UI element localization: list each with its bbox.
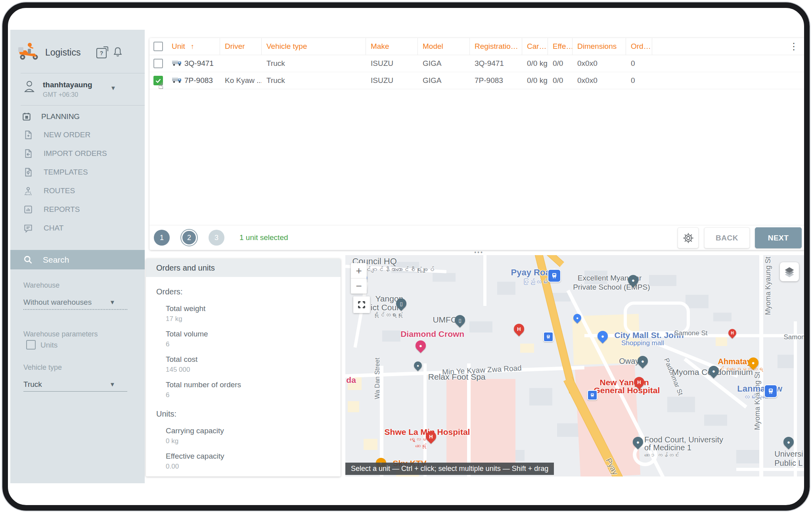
column-header-dimensions[interactable]: Dimensions — [573, 38, 626, 55]
map-label: Oway — [619, 357, 639, 366]
hospital-pin[interactable]: H — [511, 322, 526, 336]
map-label: City Mall St. John — [615, 330, 684, 340]
column-header-vehicle-type[interactable]: Vehicle type — [262, 38, 366, 55]
sidebar-item-templates[interactable]: TEMPLATES — [10, 163, 145, 181]
units-checkbox-label: Units — [40, 341, 57, 350]
map-label-burmese: ပြည်လမ်း — [523, 279, 548, 286]
column-header-orders[interactable]: Ord… — [626, 38, 652, 55]
food-court-pin[interactable]: ● — [631, 434, 645, 449]
sidebar-item-routes[interactable]: ROUTES — [10, 182, 145, 200]
fullscreen-button[interactable] — [353, 296, 370, 313]
table-row[interactable]: 3Q-9471 Truck ISUZU GIGA 3Q-9471 0/0 kg … — [149, 55, 805, 72]
map-label-burmese: ရိုင်တရားရုံး — [373, 311, 403, 318]
vehicle-type-chevron-down-icon[interactable]: ▼ — [109, 381, 115, 388]
carrying-cell: 0/0 kg — [522, 76, 548, 85]
warehouse-select[interactable]: Without warehouses — [23, 298, 92, 307]
umfcci-building-pin[interactable]: ▯ — [453, 313, 467, 327]
sidebar-item-label: TEMPLATES — [44, 168, 88, 177]
divider — [21, 105, 145, 106]
orders-and-units-panel: Orders and units Orders: Total weight 17… — [146, 259, 341, 476]
map-layers-button[interactable] — [780, 262, 799, 281]
train-station-icon[interactable] — [548, 269, 561, 282]
train-station-icon[interactable] — [764, 384, 778, 398]
summary-item: Total number of orders 6 — [166, 380, 341, 399]
sidebar-item-label: IMPORT ORDERS — [44, 149, 107, 158]
sidebar-item-reports[interactable]: REPORTS — [10, 200, 145, 219]
panel-title: Orders and units — [146, 259, 341, 277]
bus-stop-icon[interactable] — [587, 390, 598, 400]
column-header-registration[interactable]: Registratio… — [470, 38, 522, 55]
warehouse-chevron-down-icon[interactable]: ▼ — [109, 299, 115, 305]
column-header-driver[interactable]: Driver — [220, 38, 262, 55]
orders-cell: 0 — [626, 59, 652, 68]
map-label: Private School (EMPS) — [573, 283, 650, 292]
effective-cell: 0/0 — [548, 76, 573, 85]
help-icon[interactable]: ? — [96, 48, 107, 59]
driver-cell: Ko Kyaw ... — [220, 76, 262, 85]
table-menu-kebab-icon[interactable]: ⋮ — [789, 42, 799, 51]
road-label: Samone St — [674, 329, 707, 337]
sidebar-item-new-order[interactable]: NEW ORDER — [10, 126, 145, 144]
back-button[interactable]: BACK — [704, 227, 750, 248]
road-label: Myoma Kyaung St — [753, 372, 762, 430]
user-menu-chevron-down-icon[interactable]: ▼ — [110, 85, 116, 91]
column-header-unit[interactable]: Unit↑ — [167, 38, 220, 55]
split-drag-handle[interactable]: ••• — [463, 249, 495, 256]
map-label: Public L — [774, 459, 802, 468]
bus-stop-icon[interactable] — [543, 332, 553, 342]
make-cell: ISUZU — [366, 76, 418, 85]
map-label: Relax Foot Spa — [428, 372, 486, 382]
vehicle-type-underline — [23, 391, 127, 392]
sidebar-item-planning[interactable]: PLANNING — [10, 108, 145, 126]
next-button[interactable]: NEXT — [755, 227, 802, 248]
app-title: Logistics — [45, 47, 80, 58]
column-header-effective[interactable]: Effe… — [548, 38, 573, 55]
file-pin-icon — [23, 167, 33, 177]
sidebar-item-label: PLANNING — [41, 112, 80, 121]
unit-cell: 3Q-9471 — [184, 59, 214, 68]
map-canvas[interactable]: ● ▯ ▯ ● H ● ● ● ● H ● ● H ● H ● ● ● Coun… — [345, 255, 805, 476]
oway-pin[interactable]: ● — [635, 354, 650, 368]
zoom-out-button[interactable]: − — [351, 278, 367, 294]
search-button[interactable]: Search — [10, 250, 145, 269]
map-label: Universi — [774, 450, 803, 459]
map-label: Diamond Crown — [400, 329, 464, 339]
orders-heading: Orders: — [156, 287, 341, 296]
row-checkbox[interactable] — [153, 59, 163, 68]
vehicle-type-select[interactable]: Truck — [23, 380, 42, 389]
map-label-burmese: အင်ဂျင်နီယာကောင်စီရုံးချုပ် — [358, 266, 434, 273]
sidebar-item-import-orders[interactable]: IMPORT ORDERS — [10, 144, 145, 163]
column-header-model[interactable]: Model — [418, 38, 470, 55]
step-2-current[interactable]: 2 — [181, 230, 197, 246]
bar-chart-icon — [23, 204, 33, 215]
diamond-crown-hotel-pin[interactable]: ● — [414, 338, 428, 353]
zoom-in-button[interactable]: + — [351, 263, 367, 278]
map-label-burmese: ဆေး၁ ကန်တင်း — [644, 452, 679, 458]
settings-gear-button[interactable] — [678, 227, 699, 248]
units-checkbox[interactable] — [26, 340, 36, 350]
carrying-cell: 0/0 kg — [522, 59, 548, 68]
step-1[interactable]: 1 — [154, 230, 170, 246]
selection-status: 1 unit selected — [239, 233, 288, 242]
search-icon — [23, 255, 33, 265]
sidebar-item-chat[interactable]: CHAT — [10, 219, 145, 237]
road-label: Wa Dan Street — [374, 357, 381, 399]
court-building-pin[interactable]: ▯ — [394, 296, 408, 311]
map-label: Shopping mall — [621, 339, 664, 347]
column-header-carrying[interactable]: Car… — [522, 38, 548, 55]
user-timezone: GMT +06:30 — [43, 91, 78, 98]
shwe-la-min-hospital-pin[interactable]: H — [424, 429, 439, 444]
road-label: Samone — [783, 333, 805, 341]
truck-icon — [172, 76, 182, 85]
map-hint-tooltip: Select a unit — Ctrl + click; select mul… — [345, 463, 554, 475]
warehouse-select-underline — [23, 309, 127, 310]
relax-foot-spa-pin[interactable]: ● — [412, 360, 423, 371]
select-all-checkbox[interactable] — [153, 42, 163, 51]
calendar-planning-icon — [21, 111, 32, 122]
column-header-make[interactable]: Make — [366, 38, 418, 55]
step-3[interactable]: 3 — [209, 230, 224, 246]
notifications-bell-icon[interactable] — [113, 46, 124, 58]
map-label: General Hospital — [594, 386, 660, 395]
registration-cell: 7P-9083 — [470, 76, 522, 85]
table-row-selected[interactable]: 7P-9083 Ko Kyaw ... Truck ISUZU GIGA 7P-… — [149, 72, 805, 89]
